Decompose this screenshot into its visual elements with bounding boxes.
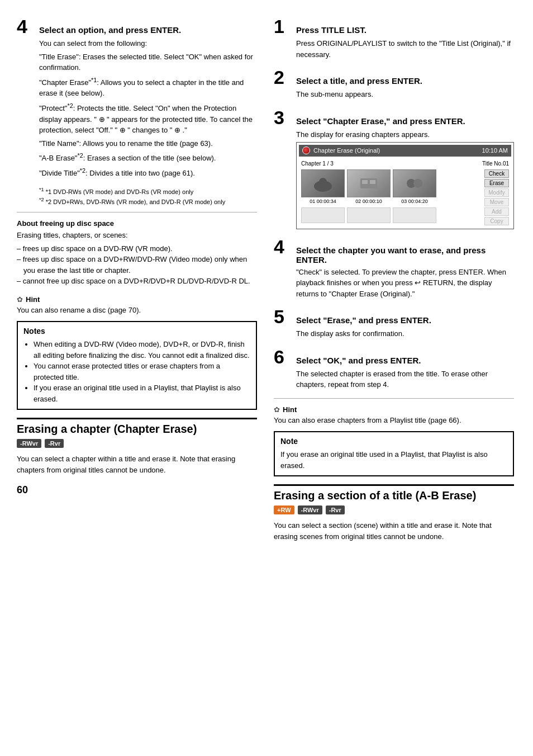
dvd-chapter-info: Chapter 1 / 3 Title No.01 bbox=[299, 159, 511, 168]
step4-para2: "Title Erase": Erases the selected title… bbox=[39, 51, 257, 73]
dvd-btn-erase[interactable]: Erase bbox=[484, 179, 509, 187]
about-freeing-list: frees up disc space on a DVD-RW (VR mode… bbox=[17, 243, 257, 287]
svg-point-6 bbox=[413, 179, 422, 188]
freeing-item1: frees up disc space on a DVD-RW (VR mode… bbox=[17, 243, 257, 254]
step3-heading: 3 Select "Chapter Erase," and press ENTE… bbox=[274, 108, 514, 127]
two-column-layout: 4 Select an option, and press ENTER. You… bbox=[17, 17, 516, 739]
page-number: 60 bbox=[17, 484, 257, 496]
step6-heading: 6 Select "OK," and press ENTER. bbox=[274, 347, 514, 366]
step4r-title: Select the chapter you want to erase, an… bbox=[296, 245, 514, 264]
note-item3: If you erase an original title used in a… bbox=[34, 382, 250, 404]
footnote2: *2 *2 DVD+RWs, DVD-RWs (VR mode), and DV… bbox=[39, 197, 257, 205]
dvd-btn-move[interactable]: Move bbox=[484, 198, 509, 206]
dvd-thumb-1 bbox=[301, 169, 345, 197]
dvd-content-row: 01 00:00:34 bbox=[299, 168, 511, 226]
step6-body: The selected chapter is erased from the … bbox=[296, 368, 514, 390]
dvd-thumb-2 bbox=[347, 169, 391, 197]
erasing-ab-banner: Erasing a section of a title (A-B Erase)… bbox=[274, 484, 514, 542]
badge-rvr-ab: -Rvr bbox=[326, 505, 345, 514]
ch1-num: 01 bbox=[310, 199, 315, 204]
notes-box: Notes When editing a DVD-RW (Video mode)… bbox=[17, 321, 257, 410]
dvd-chapter-3: 03 00:04:20 bbox=[393, 169, 436, 206]
dvd-chapters-row: 01 00:00:34 bbox=[301, 169, 480, 206]
step4r-body: "Check" is selected. To preview the chap… bbox=[296, 267, 514, 300]
badge-rwvr-ab: -RWvr bbox=[298, 505, 322, 514]
erasing-chapter-body: You can select a chapter within a title … bbox=[17, 453, 257, 475]
dvd-btn-add[interactable]: Add bbox=[484, 207, 509, 216]
step4-para3: "Chapter Erase"*1: Allows you to select … bbox=[39, 75, 257, 99]
step4-para4: "Protect"*2: Protects the title. Select … bbox=[39, 101, 257, 136]
erasing-ab-badges: +RW -RWvr -Rvr bbox=[274, 505, 514, 514]
hint-icon: ✿ bbox=[17, 295, 23, 304]
erasing-ab-title: Erasing a section of a title (A-B Erase) bbox=[274, 489, 514, 502]
step5-title: Select "Erase," and press ENTER. bbox=[296, 315, 431, 325]
step4r-heading: 4 Select the chapter you want to erase, … bbox=[274, 237, 514, 264]
svg-point-1 bbox=[319, 178, 327, 186]
erasing-chapter-banner: Erasing a chapter (Chapter Erase) -RWvr … bbox=[17, 418, 257, 475]
step2-number: 2 bbox=[274, 68, 291, 87]
dvd-chapters-container: 01 00:00:34 bbox=[301, 169, 480, 224]
dvd-chapter-1: 01 00:00:34 bbox=[301, 169, 345, 206]
about-freeing-title: About freeing up disc space bbox=[17, 219, 257, 228]
freeing-item2: frees up disc space on a DVD+RW/DVD-RW (… bbox=[17, 254, 257, 276]
hint-r-icon: ✿ bbox=[274, 405, 280, 414]
dvd-chapter-2: 02 00:00:10 bbox=[347, 169, 391, 206]
notes-list: When editing a DVD-RW (Video mode), DVD+… bbox=[23, 339, 250, 404]
dvd-header-title: Chapter Erase (Original) bbox=[313, 146, 380, 155]
step4-heading: 4 Select an option, and press ENTER. bbox=[17, 17, 257, 36]
dvd-diagram-header: Chapter Erase (Original) 10:10 AM bbox=[299, 145, 511, 157]
badge-rvr: -Rvr bbox=[45, 439, 64, 448]
note-item2: You cannot erase protected titles or era… bbox=[34, 361, 250, 382]
badge-rwvr: -RWvr bbox=[17, 439, 41, 448]
step4-title: Select an option, and press ENTER. bbox=[39, 25, 181, 35]
step1-title: Press TITLE LIST. bbox=[296, 25, 367, 35]
step1-number: 1 bbox=[274, 17, 291, 36]
about-freeing-intro: Erasing titles, chapters, or scenes: bbox=[17, 230, 257, 241]
hint-label: Hint bbox=[26, 295, 40, 304]
note-right-title: Note bbox=[280, 437, 507, 446]
erasing-chapter-title: Erasing a chapter (Chapter Erase) bbox=[17, 423, 257, 436]
thumb-svg-1 bbox=[312, 174, 334, 193]
footnote1: *1 *1 DVD-RWs (VR mode) and DVD-Rs (VR m… bbox=[39, 187, 257, 195]
dvd-diagram: Chapter Erase (Original) 10:10 AM Chapte… bbox=[296, 142, 514, 229]
left-column: 4 Select an option, and press ENTER. You… bbox=[17, 17, 257, 739]
step4-para1: You can select from the following: bbox=[39, 38, 257, 49]
step3-number: 3 bbox=[274, 108, 291, 127]
step6-title: Select "OK," and press ENTER. bbox=[296, 356, 421, 365]
badge-rw-plus: +RW bbox=[274, 505, 294, 514]
ch3-num: 03 bbox=[401, 199, 407, 204]
step4-para6: "A-B Erase"*2: Erases a section of the t… bbox=[39, 151, 257, 164]
hint-r-line: ✿ Hint bbox=[274, 405, 514, 414]
step2-heading: 2 Select a title, and press ENTER. bbox=[274, 68, 514, 87]
ch2-time: 00:00:10 bbox=[363, 199, 382, 204]
ch2-num: 02 bbox=[355, 199, 361, 204]
erasing-ab-body: You can select a section (scene) within … bbox=[274, 520, 514, 542]
step4-body: You can select from the following: "Titl… bbox=[39, 38, 257, 179]
hint-line: ✿ Hint bbox=[17, 295, 257, 304]
step5-heading: 5 Select "Erase," and press ENTER. bbox=[274, 307, 514, 326]
step2-body: The sub-menu appears. bbox=[296, 89, 514, 100]
step2-title: Select a title, and press ENTER. bbox=[296, 76, 422, 86]
svg-rect-3 bbox=[362, 180, 368, 184]
erasing-chapter-badges: -RWvr -Rvr bbox=[17, 439, 257, 448]
dvd-thumb-3 bbox=[393, 169, 436, 197]
dvd-btn-check[interactable]: Check bbox=[484, 169, 509, 178]
notes-title: Notes bbox=[23, 327, 250, 336]
dvd-empty-row1 bbox=[301, 207, 480, 223]
step6-number: 6 bbox=[274, 347, 291, 366]
dvd-title-no: Title No.01 bbox=[482, 159, 509, 168]
divider2 bbox=[274, 398, 514, 399]
freeing-item3: cannot free up disc space on a DVD+R/DVD… bbox=[17, 276, 257, 287]
step3-body: The display for erasing chapters appears… bbox=[296, 129, 514, 229]
svg-rect-4 bbox=[370, 180, 375, 184]
step1-heading: 1 Press TITLE LIST. bbox=[274, 17, 514, 36]
dvd-btn-modify[interactable]: Modify bbox=[484, 188, 509, 197]
dvd-btn-copy[interactable]: Copy bbox=[484, 217, 509, 225]
dvd-chapter-label: Chapter 1 / 3 bbox=[301, 159, 334, 168]
step5-body: The display asks for confirmation. bbox=[296, 328, 514, 339]
ch3-time: 00:04:20 bbox=[408, 199, 428, 204]
note-box-right: Note If you erase an original title used… bbox=[274, 431, 514, 476]
dvd-buttons-panel: Check Erase Modify Move Add Copy bbox=[484, 169, 509, 225]
thumb-svg-2 bbox=[358, 174, 380, 193]
dvd-header-time: 10:10 AM bbox=[482, 146, 508, 155]
